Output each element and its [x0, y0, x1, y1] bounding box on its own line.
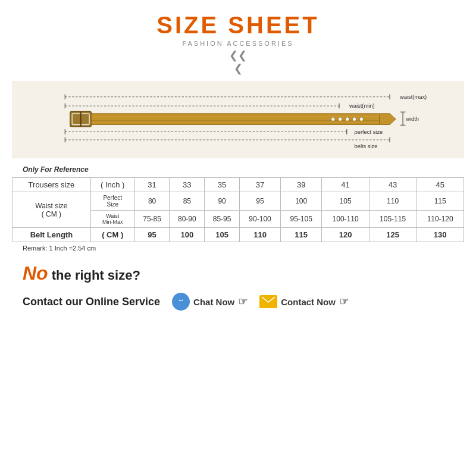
svg-point-34 — [180, 300, 181, 301]
chat-now-button[interactable]: Chat Now ☞ — [172, 293, 248, 311]
ps-105: 105 — [322, 192, 369, 211]
size-31: 31 — [134, 178, 170, 192]
svg-point-35 — [181, 300, 183, 301]
waist-size-label: Waist size( CM ) — [12, 192, 91, 228]
hand-icon-chat: ☞ — [238, 295, 248, 308]
svg-text:perfect size: perfect size — [354, 129, 383, 135]
wm-95: 95-105 — [281, 211, 322, 228]
wm-80: 80-90 — [170, 211, 205, 228]
main-container: SIZE SHEET FASHION ACCESSORIES ❮❮❮ waist… — [0, 0, 476, 476]
size-43: 43 — [369, 178, 416, 192]
no-text: No — [23, 262, 48, 284]
bl-115: 115 — [281, 228, 322, 242]
wm-100: 100-110 — [322, 211, 369, 228]
no-size-section: No the right size? — [23, 262, 140, 284]
svg-point-16 — [345, 117, 349, 121]
svg-point-15 — [338, 117, 342, 121]
wm-90: 90-100 — [239, 211, 280, 228]
svg-text:belts size: belts size — [354, 143, 377, 149]
reference-note: Only For Reference — [23, 165, 89, 174]
remark-text: Remark: 1 Inch =2.54 cm — [23, 245, 96, 252]
belt-length-row: Belt Length ( CM ) 95 100 105 110 115 12… — [12, 228, 464, 242]
perfect-size-subheader: PerfectSize — [90, 192, 134, 211]
ps-95: 95 — [239, 192, 280, 211]
wm-110: 110-120 — [416, 211, 464, 228]
svg-text:width: width — [405, 116, 419, 122]
page-subtitle: FASHION ACCESSORIES — [182, 40, 293, 47]
size-table: Trousers size ( Inch ) 31 33 35 37 39 41… — [12, 177, 464, 242]
ps-100: 100 — [281, 192, 322, 211]
svg-text:waist(max): waist(max) — [399, 94, 427, 100]
waist-minmax-subheader: WaistMin-Max — [90, 211, 134, 228]
size-37: 37 — [239, 178, 280, 192]
size-39: 39 — [281, 178, 322, 192]
size-33: 33 — [170, 178, 205, 192]
bl-110: 110 — [239, 228, 280, 242]
svg-point-18 — [359, 117, 364, 121]
wm-105: 105-115 — [369, 211, 416, 228]
contact-label: Contact our Online Service — [23, 296, 160, 308]
wm-75: 75-85 — [134, 211, 170, 228]
svg-point-14 — [331, 117, 335, 121]
bl-100: 100 — [170, 228, 205, 242]
perfect-size-row: Waist size( CM ) PerfectSize 80 85 90 95… — [12, 192, 464, 211]
page-title: SIZE SHEET — [156, 12, 319, 39]
bl-95: 95 — [134, 228, 170, 242]
svg-rect-11 — [92, 114, 380, 125]
ps-115: 115 — [416, 192, 464, 211]
size-45: 45 — [416, 178, 464, 192]
envelope-icon — [259, 295, 277, 308]
chat-now-label: Chat Now — [193, 297, 234, 307]
wm-85: 85-95 — [205, 211, 240, 228]
bl-125: 125 — [369, 228, 416, 242]
belt-diagram: waist(max) waist(min) — [12, 81, 464, 158]
svg-point-33 — [179, 300, 180, 301]
contact-now-label: Contact Now — [281, 297, 336, 307]
right-size-text: the right size? — [48, 268, 140, 283]
bl-120: 120 — [322, 228, 369, 242]
chat-icon — [172, 293, 190, 311]
trousers-size-label: Trousers size — [12, 178, 91, 192]
contact-section: Contact our Online Service Chat Now ☞ — [23, 293, 349, 311]
size-35: 35 — [205, 178, 240, 192]
ps-80: 80 — [134, 192, 170, 211]
belt-length-label: Belt Length — [12, 228, 91, 242]
ps-110: 110 — [369, 192, 416, 211]
svg-point-17 — [352, 117, 356, 121]
contact-now-button[interactable]: Contact Now ☞ — [259, 295, 349, 308]
belt-cm-label: ( CM ) — [90, 228, 134, 242]
size-41: 41 — [322, 178, 369, 192]
bl-130: 130 — [416, 228, 464, 242]
svg-marker-19 — [380, 114, 396, 125]
chevron-icon: ❮❮❮ — [229, 49, 247, 75]
svg-text:waist(min): waist(min) — [349, 104, 375, 109]
inch-label: ( Inch ) — [90, 178, 134, 192]
trousers-row: Trousers size ( Inch ) 31 33 35 37 39 41… — [12, 178, 464, 192]
bl-105: 105 — [205, 228, 240, 242]
ps-85: 85 — [170, 192, 205, 211]
hand-icon-contact: ☞ — [339, 295, 349, 308]
ps-90: 90 — [205, 192, 240, 211]
